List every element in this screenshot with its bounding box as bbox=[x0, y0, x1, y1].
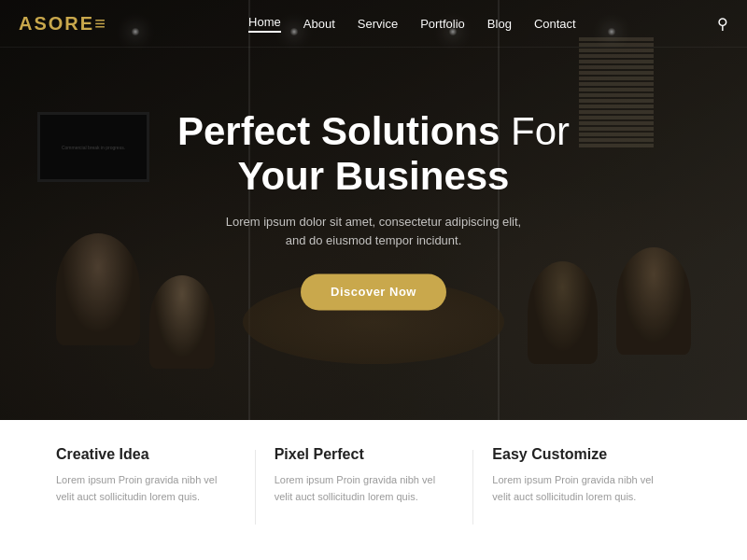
feature-desc-1: Lorem ipsum Proin gravida nibh vel velit… bbox=[56, 472, 236, 505]
hero-title: Perfect Solutions For Your Business bbox=[140, 109, 607, 200]
logo-accent: ≡ bbox=[94, 13, 107, 34]
features-section: Creative Idea Lorem ipsum Proin gravida … bbox=[0, 420, 747, 560]
feature-divider-1 bbox=[255, 450, 256, 525]
nav-contact[interactable]: Contact bbox=[534, 17, 576, 31]
hero-title-bold: Perfect Solutions bbox=[177, 109, 500, 153]
hero-title-line2: Your Business bbox=[238, 155, 510, 199]
feature-easy-customize: Easy Customize Lorem ipsum Proin gravida… bbox=[492, 446, 691, 505]
hero-title-normal: For bbox=[511, 109, 570, 153]
feature-title-2: Pixel Perfect bbox=[275, 446, 455, 463]
header: ASORE≡ Home About Service Portfolio Blog… bbox=[0, 0, 747, 47]
nav-home[interactable]: Home bbox=[248, 15, 281, 33]
logo-text: ASORE bbox=[19, 13, 94, 34]
nav-portfolio[interactable]: Portfolio bbox=[420, 17, 465, 31]
nav-blog[interactable]: Blog bbox=[487, 17, 512, 31]
nav-about[interactable]: About bbox=[303, 17, 335, 31]
feature-divider-2 bbox=[472, 450, 473, 525]
feature-creative-idea: Creative Idea Lorem ipsum Proin gravida … bbox=[56, 446, 255, 505]
search-button[interactable]: ⚲ bbox=[717, 15, 728, 33]
hero-subtitle: Lorem ipsum dolor sit amet, consectetur … bbox=[215, 213, 532, 252]
logo: ASORE≡ bbox=[19, 13, 107, 35]
feature-title-3: Easy Customize bbox=[492, 446, 672, 463]
feature-pixel-perfect: Pixel Perfect Lorem ipsum Proin gravida … bbox=[275, 446, 473, 505]
nav-service[interactable]: Service bbox=[358, 17, 398, 31]
hero-content: Perfect Solutions For Your Business Lore… bbox=[140, 109, 607, 310]
main-nav: Home About Service Portfolio Blog Contac… bbox=[248, 15, 576, 33]
feature-title-1: Creative Idea bbox=[56, 446, 236, 463]
feature-desc-2: Lorem ipsum Proin gravida nibh vel velit… bbox=[275, 472, 455, 505]
discover-now-button[interactable]: Discover Now bbox=[301, 274, 446, 311]
hero-section: Commercial break in progress. bbox=[0, 0, 747, 420]
feature-desc-3: Lorem ipsum Proin gravida nibh vel velit… bbox=[492, 472, 672, 505]
